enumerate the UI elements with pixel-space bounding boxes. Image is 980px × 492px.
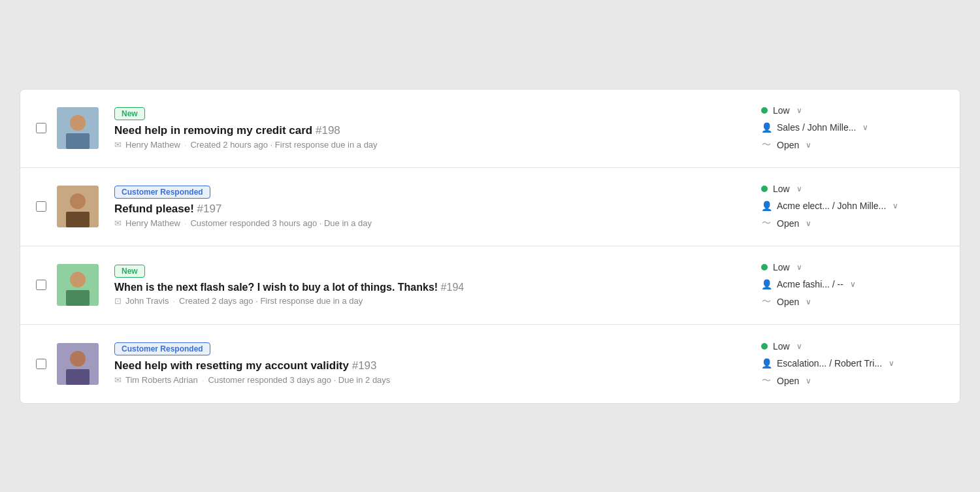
status-label-4: Open (777, 376, 799, 386)
ticket-title-4: Need help with resetting my account vali… (114, 359, 751, 372)
status-chevron-2: ∨ (806, 219, 811, 228)
svg-rect-4 (66, 133, 90, 149)
ticket-contact-4: Tim Roberts Adrian (125, 375, 198, 385)
priority-dot-1 (761, 107, 768, 114)
meta-icon-2: ✉ (114, 218, 122, 228)
ticket-list: New Need help in removing my credit card… (20, 89, 960, 404)
assignee-chevron-1: ∨ (862, 123, 868, 132)
ticket-main-1: New Need help in removing my credit card… (109, 107, 751, 150)
assignee-chevron-2: ∨ (892, 201, 898, 210)
status-icon-3: 〜 (761, 296, 772, 308)
ticket-meta-3: ⊡ John Travis · Created 2 days ago · Fir… (114, 296, 751, 306)
priority-dot-2 (761, 186, 768, 192)
priority-chevron-4: ∨ (796, 342, 802, 351)
assignee-label-2: Acme elect... / John Mille... (777, 201, 886, 211)
ticket-main-4: Customer Responded Need help with resett… (109, 342, 751, 385)
svg-point-3 (70, 115, 86, 131)
ticket-title-2: Refund please! #197 (114, 203, 751, 216)
ticket-row-1[interactable]: New Need help in removing my credit card… (20, 90, 960, 168)
svg-rect-14 (66, 290, 90, 306)
ticket-title-3: When is the next flash sale? I wish to b… (114, 282, 751, 293)
ticket-badge-1: New (114, 107, 145, 120)
priority-chevron-2: ∨ (796, 184, 802, 193)
ticket-contact-1: Henry Mathew (125, 140, 180, 150)
ticket-actions-3: Low ∨ 👤 Acme fashi... / -- ∨ 〜 Open ∨ (761, 262, 944, 308)
assignee-row-3[interactable]: 👤 Acme fashi... / -- ∨ (761, 279, 856, 289)
ticket-time-2: Customer responded 3 hours ago · Due in … (190, 218, 372, 228)
ticket-row-2[interactable]: Customer Responded Refund please! #197 ✉… (20, 168, 960, 246)
status-label-2: Open (777, 218, 799, 229)
ticket-checkbox-1[interactable] (36, 123, 46, 133)
ticket-badge-4: Customer Responded (114, 342, 210, 355)
ticket-id-3: #194 (441, 282, 465, 293)
ticket-checkbox-3[interactable] (36, 280, 46, 290)
svg-point-13 (70, 272, 86, 287)
person-icon-3: 👤 (761, 279, 772, 289)
ticket-checkbox-2[interactable] (36, 201, 46, 212)
priority-chevron-3: ∨ (796, 263, 802, 272)
assignee-row-1[interactable]: 👤 Sales / John Mille... ∨ (761, 122, 868, 133)
priority-label-3: Low (773, 262, 790, 272)
status-row-2[interactable]: 〜 Open ∨ (761, 218, 811, 229)
ticket-id-2: #197 (197, 203, 222, 215)
assignee-label-1: Sales / John Mille... (777, 122, 856, 133)
status-icon-1: 〜 (761, 139, 772, 151)
status-row-3[interactable]: 〜 Open ∨ (761, 296, 811, 308)
status-row-4[interactable]: 〜 Open ∨ (761, 375, 811, 387)
priority-dot-4 (761, 343, 768, 350)
svg-point-8 (70, 193, 86, 209)
ticket-contact-3: John Travis (125, 296, 169, 306)
assignee-row-2[interactable]: 👤 Acme elect... / John Mille... ∨ (761, 201, 898, 211)
status-label-3: Open (777, 297, 799, 307)
ticket-badge-3: New (114, 265, 145, 278)
ticket-checkbox-4[interactable] (36, 359, 46, 369)
assignee-label-4: Escalation... / Robert Tri... (777, 358, 882, 369)
ticket-actions-4: Low ∨ 👤 Escalation... / Robert Tri... ∨ … (761, 341, 944, 387)
ticket-row-4[interactable]: Customer Responded Need help with resett… (20, 325, 960, 403)
status-label-1: Open (777, 140, 799, 150)
svg-rect-19 (66, 369, 90, 385)
ticket-id-1: #198 (316, 124, 340, 137)
ticket-avatar-4 (57, 343, 99, 385)
ticket-actions-1: Low ∨ 👤 Sales / John Mille... ∨ 〜 Open ∨ (761, 105, 944, 151)
status-icon-4: 〜 (761, 375, 772, 387)
ticket-time-3: Created 2 days ago · First response due … (179, 296, 363, 306)
assignee-chevron-4: ∨ (889, 359, 894, 368)
svg-point-18 (70, 351, 86, 367)
ticket-main-3: New When is the next flash sale? I wish … (109, 265, 751, 306)
priority-row-3[interactable]: Low ∨ (761, 262, 802, 272)
ticket-meta-4: ✉ Tim Roberts Adrian · Customer responde… (114, 375, 751, 385)
ticket-time-4: Customer responded 3 days ago · Due in 2… (208, 375, 390, 385)
person-icon-4: 👤 (761, 358, 772, 369)
status-chevron-4: ∨ (806, 376, 811, 385)
priority-dot-3 (761, 264, 768, 271)
priority-row-1[interactable]: Low ∨ (761, 105, 802, 116)
ticket-actions-2: Low ∨ 👤 Acme elect... / John Mille... ∨ … (761, 184, 944, 229)
svg-rect-9 (66, 212, 90, 227)
ticket-row-3[interactable]: New When is the next flash sale? I wish … (20, 246, 960, 325)
assignee-chevron-3: ∨ (850, 280, 856, 289)
assignee-row-4[interactable]: 👤 Escalation... / Robert Tri... ∨ (761, 358, 894, 369)
status-icon-2: 〜 (761, 218, 772, 229)
status-row-1[interactable]: 〜 Open ∨ (761, 139, 811, 151)
ticket-avatar-2 (57, 186, 99, 227)
status-chevron-1: ∨ (806, 140, 811, 150)
priority-row-2[interactable]: Low ∨ (761, 184, 802, 194)
meta-icon-4: ✉ (114, 375, 122, 385)
priority-row-4[interactable]: Low ∨ (761, 341, 802, 352)
ticket-avatar-3 (57, 264, 99, 306)
ticket-contact-2: Henry Mathew (125, 218, 180, 228)
priority-label-4: Low (773, 341, 790, 352)
meta-icon-3: ⊡ (114, 296, 122, 306)
person-icon-2: 👤 (761, 201, 772, 211)
priority-label-1: Low (773, 105, 790, 116)
ticket-meta-2: ✉ Henry Mathew · Customer responded 3 ho… (114, 218, 751, 228)
meta-icon-1: ✉ (114, 140, 122, 150)
ticket-meta-1: ✉ Henry Mathew · Created 2 hours ago · F… (114, 140, 751, 150)
priority-chevron-1: ∨ (796, 106, 802, 115)
ticket-time-1: Created 2 hours ago · First response due… (190, 140, 377, 150)
ticket-badge-2: Customer Responded (114, 186, 210, 199)
ticket-avatar-1 (57, 107, 99, 149)
assignee-label-3: Acme fashi... / -- (777, 279, 843, 289)
ticket-title-1: Need help in removing my credit card #19… (114, 124, 751, 137)
